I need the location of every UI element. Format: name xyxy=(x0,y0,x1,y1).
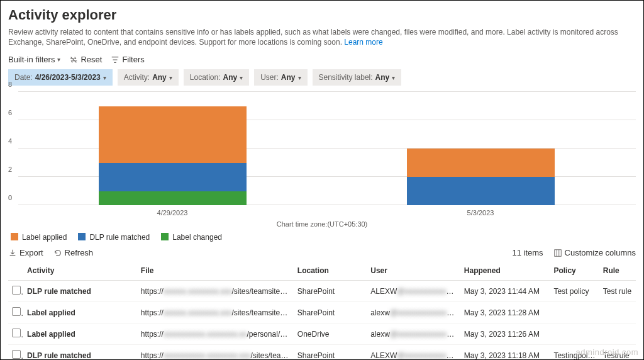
table-row[interactable]: DLP rule matchedhttps://xxxxxxxxxxx.xxxx… xyxy=(8,345,636,360)
chart-timezone-note: Chart time zone:(UTC+05:30) xyxy=(8,220,636,228)
row-checkbox[interactable] xyxy=(12,307,21,316)
chart-legend: Label applied DLP rule matched Label cha… xyxy=(11,233,636,242)
watermark: admindroid.com xyxy=(576,347,639,357)
chevron-down-icon: ▾ xyxy=(392,74,395,81)
chevron-down-icon: ▾ xyxy=(298,74,301,81)
refresh-button[interactable]: Refresh xyxy=(53,248,94,257)
chevron-down-icon: ▾ xyxy=(57,56,60,63)
chevron-down-icon: ▾ xyxy=(240,74,243,81)
table-row[interactable]: Label appliedhttps://xxxxxxxxxxx.xxxxxxx… xyxy=(8,323,636,345)
col-happened[interactable]: Happened xyxy=(460,261,550,281)
reset-icon xyxy=(69,55,78,64)
filter-chip-activity[interactable]: Activity: Any ▾ xyxy=(118,69,179,86)
chevron-down-icon: ▾ xyxy=(103,74,106,81)
filters-button[interactable]: Filters xyxy=(111,55,144,64)
col-policy[interactable]: Policy xyxy=(550,261,599,281)
export-button[interactable]: Export xyxy=(8,248,43,257)
filter-chip-sensitivity[interactable]: Sensitivity label: Any ▾ xyxy=(313,69,402,86)
col-activity[interactable]: Activity xyxy=(23,261,137,281)
table-row[interactable]: DLP rule matchedhttps://xxxxxx.xxxxxxxx.… xyxy=(8,281,636,302)
download-icon xyxy=(8,249,17,257)
filter-chip-date[interactable]: Date: 4/26/2023-5/3/2023 ▾ xyxy=(8,69,113,86)
col-user[interactable]: User xyxy=(367,261,460,281)
filter-chip-user[interactable]: User: Any ▾ xyxy=(254,69,307,86)
col-location[interactable]: Location xyxy=(294,261,367,281)
col-file[interactable]: File xyxy=(137,261,294,281)
activity-table: Activity File Location User Happened Pol… xyxy=(8,261,636,360)
table-row[interactable]: Label appliedhttps://xxxxxx.xxxxxxxx.xxx… xyxy=(8,302,636,323)
col-rule[interactable]: Rule xyxy=(599,261,636,281)
activity-chart: 024684/29/20235/3/2023 xyxy=(8,92,636,218)
filter-icon xyxy=(111,55,119,64)
row-checkbox[interactable] xyxy=(12,286,21,295)
filter-chip-location[interactable]: Location: Any ▾ xyxy=(184,69,249,86)
row-checkbox[interactable] xyxy=(12,350,21,359)
reset-button[interactable]: Reset xyxy=(69,55,102,64)
page-description: Review activity related to content that … xyxy=(8,27,636,47)
customize-columns-button[interactable]: Customize columns xyxy=(553,248,636,257)
row-checkbox[interactable] xyxy=(12,329,21,337)
builtin-filters-button[interactable]: Built-in filters ▾ xyxy=(8,55,60,64)
item-count: 11 items xyxy=(512,248,543,257)
svg-rect-0 xyxy=(554,250,561,257)
page-title: Activity explorer xyxy=(8,7,636,23)
refresh-icon xyxy=(53,249,62,257)
columns-icon xyxy=(553,249,562,257)
learn-more-link[interactable]: Learn more xyxy=(344,38,382,47)
chevron-down-icon: ▾ xyxy=(169,74,172,81)
